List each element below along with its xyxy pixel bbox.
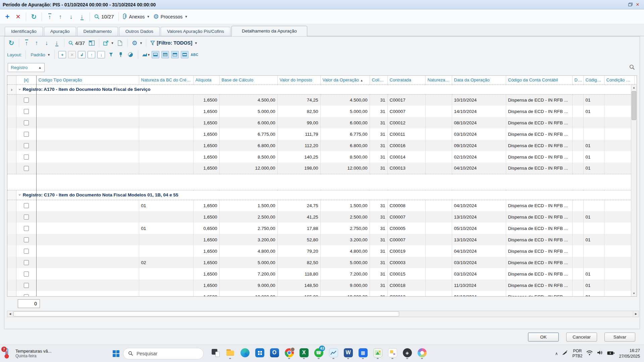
row-checkbox[interactable]: [24, 155, 29, 160]
cancel-button[interactable]: Cancelar: [566, 333, 597, 342]
horizontal-scrollbar[interactable]: ◀ ▶: [7, 311, 639, 317]
close-icon[interactable]: ✕: [634, 1, 641, 8]
grid-settings-button[interactable]: ⚙▾: [131, 38, 143, 48]
calculator-icon[interactable]: ▦: [356, 346, 370, 362]
layout-pin-icon[interactable]: [117, 51, 124, 58]
column-header-de[interactable]: De...: [572, 76, 583, 84]
row-checkbox[interactable]: [24, 283, 29, 288]
layout-filter-icon[interactable]: [107, 51, 115, 58]
microsoft-store-icon[interactable]: [253, 346, 267, 362]
tab-detalhamento[interactable]: Detalhamento: [77, 27, 118, 36]
restore-icon[interactable]: [627, 1, 634, 8]
column-header-natureza_bc[interactable]: Natureza da BC do Crédi...: [139, 76, 193, 84]
edge-icon[interactable]: [238, 346, 252, 362]
row-checkbox[interactable]: [24, 132, 29, 137]
column-header-check[interactable]: [x]: [16, 76, 36, 84]
table-row[interactable]: 021,65005.000,0082,505.000,0031C0000303/…: [7, 257, 637, 268]
excel-icon[interactable]: X: [297, 346, 311, 362]
outlook-icon[interactable]: O: [267, 346, 281, 362]
column-header-operacao[interactable]: Valor da Operação▲: [320, 76, 370, 84]
column-header-contratada[interactable]: Contratada: [387, 76, 425, 84]
scroll-down-icon[interactable]: ▼: [631, 291, 637, 296]
view-split-button[interactable]: [181, 51, 189, 58]
refresh-button[interactable]: ↻: [29, 12, 39, 22]
column-header-imposto[interactable]: Valor do Imposto: [277, 76, 320, 84]
wifi-icon[interactable]: [586, 350, 593, 357]
column-header-natureza[interactable]: Natureza ...: [425, 76, 452, 84]
grid-search-button[interactable]: 4/37: [67, 38, 86, 48]
table-row[interactable]: 1,65004.500,0074,254.500,0031C0001710/10…: [7, 94, 637, 106]
view-top-panel-button[interactable]: [171, 51, 179, 58]
spellcheck-abc-icon[interactable]: ABC: [191, 53, 198, 57]
table-row[interactable]: 011,65001.500,0024,751.500,0031C0000804/…: [7, 200, 637, 211]
column-header-data[interactable]: Data da Operação: [452, 76, 506, 84]
tab-valores-apura-o-pis-cofins[interactable]: Valores Apuração Pis/Cofins: [161, 27, 230, 36]
table-row[interactable]: 1,65007.200,00118,807.200,0031C0001503/1…: [7, 268, 637, 280]
word-icon[interactable]: W: [341, 346, 355, 362]
column-header-condicao[interactable]: Condição Pe...: [604, 76, 634, 84]
group-header-row[interactable]: ›Registro: C170 - Item do Documento Nota…: [7, 190, 637, 200]
layout-shapes-icon[interactable]: [126, 51, 134, 58]
taskbar-search[interactable]: Pesquisar: [123, 348, 204, 359]
file-explorer-icon[interactable]: [223, 346, 237, 362]
group-count-input[interactable]: [18, 299, 40, 308]
report-button[interactable]: [116, 38, 124, 48]
view-bottom-panel-button[interactable]: [152, 51, 159, 58]
volume-icon[interactable]: [597, 350, 603, 357]
layout-delete-button[interactable]: ✕: [68, 51, 76, 58]
grid-previous-button[interactable]: ↑: [32, 38, 41, 48]
view-rows-button[interactable]: [161, 51, 169, 58]
save-button[interactable]: Salvar: [604, 333, 635, 342]
layout-upload-button[interactable]: ↑: [88, 51, 95, 58]
row-checkbox[interactable]: [24, 215, 29, 220]
table-row[interactable]: 010,65002.750,0017,882.750,0031C0000505/…: [7, 223, 637, 234]
table-row[interactable]: 1,65006.800,00112,206.800,0031C0001609/1…: [7, 140, 637, 151]
layout-reset-button[interactable]: ↲: [78, 51, 86, 58]
column-header-c[interactable]: C: [634, 76, 637, 84]
column-header-base[interactable]: Base de Cálculo: [219, 76, 277, 84]
column-header-aliquota[interactable]: Alíquota: [193, 76, 219, 84]
tab-detalhamento-da-apura-o[interactable]: Detalhamento da Apuração: [231, 26, 307, 36]
scroll-up-icon[interactable]: ▲: [631, 85, 637, 90]
row-checkbox[interactable]: [24, 203, 29, 208]
table-row[interactable]: 1,650010.000,00165,0010.000,0031C0001201…: [7, 291, 637, 297]
weather-widget[interactable]: 7 Temperaturas vã... Quinta-feira: [0, 348, 111, 359]
grid-first-button[interactable]: ↑: [22, 38, 31, 48]
task-view-icon[interactable]: [208, 346, 222, 362]
processos-button[interactable]: ⚙ Processos ▾: [152, 12, 189, 22]
table-row[interactable]: 1,65005.000,0082,505.000,0031C0000714/10…: [7, 106, 637, 117]
grid-refresh-button[interactable]: ↻: [7, 38, 16, 48]
filter-button[interactable]: [Filtro: TODOS] ▾: [149, 38, 198, 48]
search-button[interactable]: 10/27: [93, 12, 115, 22]
table-row[interactable]: 1,65008.500,00140,258.500,0031C0001402/1…: [7, 151, 637, 163]
grid-last-button[interactable]: ↓: [52, 38, 61, 48]
vertical-scrollbar[interactable]: ▲ ▼: [631, 85, 637, 296]
row-checkbox[interactable]: [24, 249, 29, 254]
dev-tools-icon[interactable]: ✕: [385, 346, 399, 362]
layout-download-button[interactable]: ↓: [97, 51, 105, 58]
image-editor-icon[interactable]: [371, 346, 385, 362]
scroll-right-icon[interactable]: ▶: [633, 311, 639, 317]
grid-next-button[interactable]: ↓: [42, 38, 51, 48]
table-row[interactable]: 1,65006.775,00111,796.775,0031C0001103/1…: [7, 128, 637, 140]
grid-quick-search-icon[interactable]: [629, 64, 635, 71]
row-checkbox[interactable]: [24, 294, 29, 297]
row-checkbox[interactable]: [24, 109, 29, 114]
tab-identifica-o[interactable]: Identificação: [5, 27, 43, 36]
first-record-button[interactable]: ↑: [45, 12, 54, 22]
ok-button[interactable]: OK: [528, 333, 559, 342]
language-indicator[interactable]: PORPTB2: [572, 349, 582, 359]
tab-apura-o[interactable]: Apuração: [44, 27, 76, 36]
layout-add-button[interactable]: +: [58, 51, 66, 58]
scroll-left-icon[interactable]: ◀: [7, 311, 13, 317]
horizontal-scroll-thumb[interactable]: [13, 311, 399, 316]
row-checkbox[interactable]: [24, 166, 29, 171]
add-button[interactable]: +: [3, 12, 12, 22]
row-checkbox[interactable]: [24, 143, 29, 148]
row-checkbox[interactable]: [24, 272, 29, 277]
battery-icon[interactable]: [607, 351, 615, 357]
next-record-button[interactable]: ↓: [66, 12, 76, 22]
layout-preset-dropdown[interactable]: Padrão▾: [30, 50, 51, 59]
start-button[interactable]: [113, 350, 116, 353]
layout-chart-button[interactable]: ▾: [142, 51, 150, 58]
